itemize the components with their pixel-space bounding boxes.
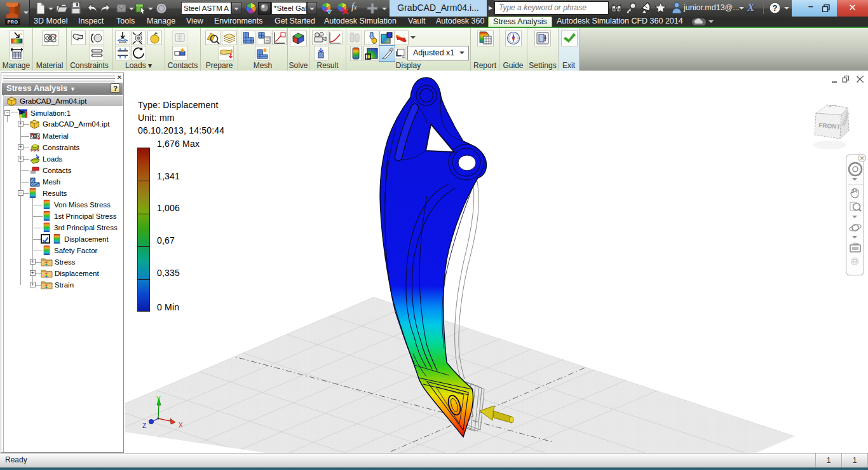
svg-text:X: X [179,422,183,429]
svg-text:Z: Z [142,422,146,429]
svg-text:Y: Y [156,396,161,403]
svg-text:?: ? [773,3,778,13]
